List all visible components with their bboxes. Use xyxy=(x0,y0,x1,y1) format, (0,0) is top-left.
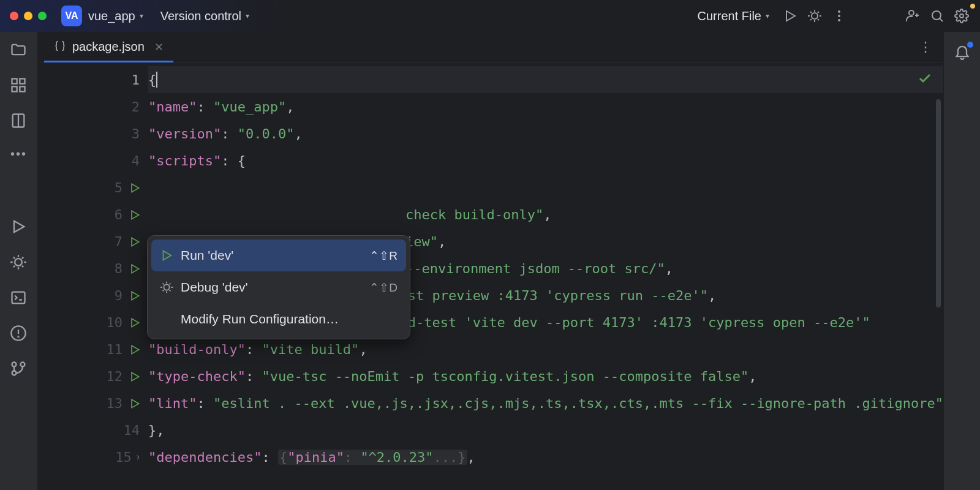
gutter-run-icon[interactable] xyxy=(129,344,140,355)
close-tab-icon[interactable]: ✕ xyxy=(154,40,164,54)
line-number: 15 xyxy=(115,450,132,465)
titlebar: VA vue_app ▾ Version control ▾ Current F… xyxy=(0,0,980,32)
code-text: "build-only" xyxy=(148,342,246,357)
code-text: "scripts" xyxy=(148,153,221,168)
line-number: 11 xyxy=(106,342,123,357)
svg-rect-10 xyxy=(20,86,25,91)
run-tool-icon[interactable] xyxy=(9,217,28,236)
chevron-down-icon[interactable]: ▾ xyxy=(140,12,143,20)
code-text: "version" xyxy=(148,126,221,141)
svg-point-19 xyxy=(12,371,17,375)
line-number: 13 xyxy=(106,396,123,411)
code-text: "lint" xyxy=(148,396,197,411)
gutter-run-icon[interactable] xyxy=(129,209,140,220)
svg-point-18 xyxy=(12,363,17,367)
json-file-icon xyxy=(54,40,66,55)
svg-rect-14 xyxy=(12,292,25,304)
line-number: 10 xyxy=(106,315,123,330)
line-number: 8 xyxy=(115,261,123,276)
gutter-run-icon[interactable] xyxy=(129,371,140,382)
project-badge[interactable]: VA xyxy=(61,6,82,26)
code-with-me-icon[interactable] xyxy=(900,4,925,28)
ctx-debug-dev[interactable]: Debug 'dev' ⌃⇧D xyxy=(151,271,406,303)
code-text: "vue-tsc --noEmit -p tsconfig.vitest.jso… xyxy=(262,369,748,384)
ctx-modify-run-config[interactable]: Modify Run Configuration… xyxy=(151,303,406,335)
structure-tool-icon[interactable] xyxy=(9,76,28,94)
problems-tool-icon[interactable] xyxy=(9,324,28,342)
ctx-label: Run 'dev' xyxy=(181,248,362,263)
gutter-run-icon[interactable] xyxy=(129,236,140,247)
ctx-shortcut: ⌃⇧D xyxy=(369,281,398,295)
project-tool-icon[interactable] xyxy=(9,40,28,59)
version-control-menu[interactable]: Version control xyxy=(160,9,241,23)
gutter-run-icon[interactable] xyxy=(129,182,140,193)
project-name[interactable]: vue_app xyxy=(88,9,135,23)
svg-point-20 xyxy=(164,284,169,290)
play-icon xyxy=(160,249,173,262)
folded-region[interactable]: {"pinia": "^2.0.23"...} xyxy=(278,450,467,465)
tab-label: package.json xyxy=(72,40,145,54)
more-icon[interactable] xyxy=(827,4,851,28)
left-toolbar: ••• xyxy=(0,32,38,490)
ctx-run-dev[interactable]: Run 'dev' ⌃⇧R xyxy=(151,239,406,271)
line-number: 12 xyxy=(106,369,123,384)
svg-rect-7 xyxy=(12,79,17,84)
svg-point-2 xyxy=(838,15,840,17)
ctx-label: Modify Run Configuration… xyxy=(181,312,398,326)
tab-options-icon[interactable]: ⋮ xyxy=(919,39,932,55)
svg-point-0 xyxy=(812,13,818,19)
gutter: 1 2 3 4 5 6 7 8 9 10 11 12 13 14 15› xyxy=(38,62,148,490)
editor-tabs: package.json ✕ ⋮ xyxy=(38,32,943,62)
settings-icon[interactable] xyxy=(949,4,974,28)
svg-rect-9 xyxy=(12,86,17,91)
code-text: { xyxy=(148,72,156,88)
tab-package-json[interactable]: package.json ✕ xyxy=(44,32,173,62)
run-config-selector[interactable]: Current File xyxy=(698,9,761,23)
gutter-run-icon[interactable] xyxy=(129,317,140,328)
svg-point-13 xyxy=(15,258,23,266)
gutter-run-icon[interactable] xyxy=(129,398,140,409)
vcs-tool-icon[interactable] xyxy=(9,360,28,378)
inspection-ok-icon[interactable] xyxy=(918,71,932,89)
debug-icon[interactable] xyxy=(802,4,827,28)
notification-badge-icon xyxy=(967,42,973,48)
debug-tool-icon[interactable] xyxy=(9,253,28,271)
terminal-tool-icon[interactable] xyxy=(9,288,28,307)
run-icon[interactable] xyxy=(778,4,802,28)
code-text: "name" xyxy=(148,99,197,115)
fold-icon[interactable]: › xyxy=(137,451,140,462)
more-tools-icon[interactable]: ••• xyxy=(10,147,27,161)
caret-icon xyxy=(156,72,157,88)
line-number: 6 xyxy=(115,207,123,222)
bookmarks-tool-icon[interactable] xyxy=(9,111,28,130)
zoom-window-icon[interactable] xyxy=(38,12,47,20)
window-controls xyxy=(10,12,47,20)
svg-point-4 xyxy=(909,10,914,15)
svg-point-17 xyxy=(18,336,19,337)
gutter-run-icon[interactable] xyxy=(129,290,140,301)
spacer-icon xyxy=(160,312,173,326)
code-text: "vite build" xyxy=(262,342,359,357)
bug-icon xyxy=(160,281,173,294)
code-text: "eslint . --ext .vue,.js,.jsx,.cjs,.mjs,… xyxy=(213,396,943,411)
line-number: 7 xyxy=(115,234,123,249)
chevron-down-icon[interactable]: ▾ xyxy=(246,12,249,20)
gutter-context-menu: Run 'dev' ⌃⇧R Debug 'dev' ⌃⇧D Modify Run… xyxy=(147,235,410,339)
notifications-icon[interactable] xyxy=(954,43,971,62)
search-icon[interactable] xyxy=(925,4,949,28)
gutter-run-icon[interactable] xyxy=(129,263,140,274)
scrollbar-thumb[interactable] xyxy=(936,99,941,307)
svg-point-5 xyxy=(932,11,941,20)
chevron-down-icon[interactable]: ▾ xyxy=(766,12,769,20)
ctx-shortcut: ⌃⇧R xyxy=(369,249,398,263)
close-window-icon[interactable] xyxy=(10,12,18,20)
right-toolbar xyxy=(943,32,980,490)
line-number: 5 xyxy=(115,180,123,195)
minimize-window-icon[interactable] xyxy=(24,12,32,20)
line-number: 4 xyxy=(132,153,140,168)
code-text: "type-check" xyxy=(148,369,246,384)
update-badge-icon xyxy=(970,4,975,9)
ctx-label: Debug 'dev' xyxy=(181,280,362,295)
code-text: "dependencies" xyxy=(148,450,262,465)
svg-point-3 xyxy=(838,19,840,21)
